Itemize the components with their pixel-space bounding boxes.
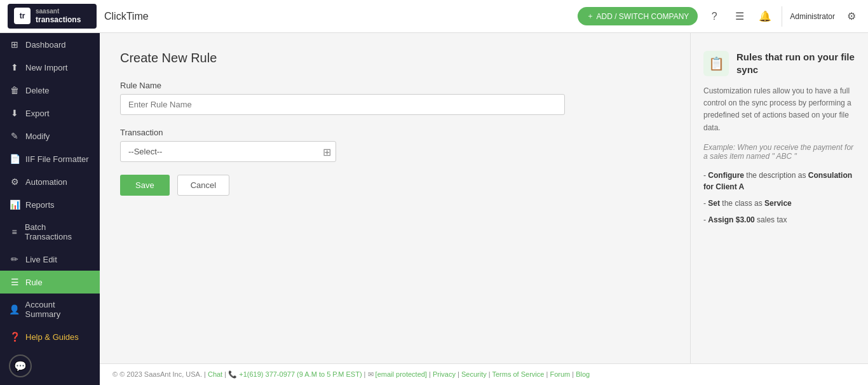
plus-icon: ＋ (587, 11, 594, 22)
panel-example: Example: When you receive the payment fo… (703, 143, 855, 161)
admin-label: Administrator (790, 12, 835, 21)
footer-phone-icon: 📞 (228, 370, 237, 378)
panel-description: Customization rules allow you to have a … (703, 85, 855, 134)
export-icon: ⬇ (9, 108, 20, 118)
sidebar-item-iif-formatter[interactable]: 📄 IIF File Formatter (0, 147, 100, 170)
main-inner: Create New Rule Rule Name Transaction --… (100, 33, 868, 363)
sidebar-item-label: Export (25, 109, 50, 118)
cancel-button[interactable]: Cancel (177, 175, 229, 196)
footer-copyright: © © 2023 SaasAnt Inc, USA. (112, 370, 202, 378)
sidebar-item-export[interactable]: ⬇ Export (0, 102, 100, 125)
set-keyword: Set (708, 199, 720, 208)
rule-name-input[interactable] (120, 94, 565, 115)
reports-icon: 📊 (9, 199, 20, 210)
panel-rule-configure: - Configure the description as Consulati… (703, 170, 855, 192)
logo-product: transactions (36, 15, 81, 24)
sidebar-item-label: Account Summary (25, 300, 91, 319)
sidebar-item-dashboard[interactable]: ⊞ Dashboard (0, 33, 100, 56)
app-title: ClickTime (104, 11, 570, 22)
sidebar-item-label: Delete (25, 86, 50, 95)
sidebar-item-label: Automation (25, 177, 67, 187)
logo-text: saasant transactions (36, 8, 81, 24)
configure-keyword: Configure (708, 171, 744, 180)
sidebar-item-delete[interactable]: 🗑 Delete (0, 79, 100, 102)
add-company-label: ADD / SWITCH COMPANY (597, 12, 689, 21)
sidebar-item-label: Rule (25, 278, 43, 287)
sidebar-item-batch-transactions[interactable]: ≡ Batch Transactions (0, 216, 100, 248)
main: Create New Rule Rule Name Transaction --… (100, 33, 868, 385)
footer-security-link[interactable]: Security (461, 370, 487, 378)
panel-sync-icon: 📋 (703, 51, 729, 76)
sidebar-item-account-summary[interactable]: 👤 Account Summary (0, 294, 100, 325)
sidebar-item-label: Reports (25, 200, 55, 210)
modify-icon: ✎ (9, 131, 20, 141)
transaction-group: Transaction --Select-- ⊞ (120, 128, 565, 162)
panel-rule-set: - Set the class as Service (703, 198, 855, 209)
footer-email-icon: ✉ (368, 370, 374, 378)
panel-title: Rules that run on your file sync (736, 51, 855, 76)
help-guides-icon: ❓ (9, 332, 20, 342)
automation-icon: ⚙ (9, 177, 20, 187)
sidebar-item-label: Dashboard (25, 40, 66, 50)
topnav-actions: ＋ ADD / SWITCH COMPANY ? ☰ 🔔 Administrat… (578, 6, 860, 27)
transaction-select-wrapper: --Select-- ⊞ (120, 141, 336, 162)
sidebar-item-label: Batch Transactions (25, 222, 91, 241)
help-icon[interactable]: ? (705, 8, 723, 25)
layout: ⊞ Dashboard ⬆ New Import 🗑 Delete ⬇ Expo… (0, 33, 868, 385)
sidebar-item-new-import[interactable]: ⬆ New Import (0, 56, 100, 79)
logo-brand: saasant (36, 8, 81, 15)
sidebar-item-label: IIF File Formatter (25, 154, 89, 164)
sidebar-item-help-guides[interactable]: ❓ Help & Guides (0, 325, 100, 348)
rule-name-group: Rule Name (120, 81, 565, 115)
sidebar: ⊞ Dashboard ⬆ New Import 🗑 Delete ⬇ Expo… (0, 33, 100, 385)
sidebar-item-label: Live Edit (25, 255, 57, 264)
transaction-select[interactable]: --Select-- (120, 141, 336, 162)
form-buttons: Save Cancel (120, 175, 565, 196)
page-title: Create New Rule (120, 51, 670, 65)
footer-forum-link[interactable]: Forum (550, 370, 570, 378)
sidebar-item-automation[interactable]: ⚙ Automation (0, 170, 100, 193)
delete-icon: 🗑 (9, 85, 20, 95)
assign-keyword: Assign (708, 215, 733, 224)
list-icon[interactable]: ☰ (731, 8, 749, 25)
footer-privacy-link[interactable]: Privacy (433, 370, 456, 378)
footer-email-link[interactable]: [email protected] (376, 370, 427, 378)
footer-terms-link[interactable]: Terms of Service (492, 370, 545, 378)
footer: © © 2023 SaasAnt Inc, USA. | Chat | 📞 +1… (100, 363, 868, 385)
topnav: tr saasant transactions ClickTime ＋ ADD … (0, 0, 868, 33)
gear-icon[interactable]: ⚙ (843, 8, 860, 25)
right-panel: 📋 Rules that run on your file sync Custo… (690, 33, 868, 363)
content-area: Create New Rule Rule Name Transaction --… (100, 33, 690, 363)
panel-header: 📋 Rules that run on your file sync (703, 51, 855, 76)
chat-icon: 💬 (14, 360, 27, 372)
footer-blog-link[interactable]: Blog (576, 370, 590, 378)
sidebar-item-label: New Import (25, 63, 67, 72)
chat-bubble[interactable]: 💬 (9, 355, 32, 377)
save-button[interactable]: Save (120, 175, 170, 196)
bell-icon[interactable]: 🔔 (756, 8, 774, 25)
rule-name-label: Rule Name (120, 81, 565, 90)
iif-icon: 📄 (9, 154, 20, 164)
sidebar-item-reports[interactable]: 📊 Reports (0, 193, 100, 216)
nav-divider (782, 6, 782, 27)
panel-rule-assign: - Assign $3.00 sales tax (703, 214, 855, 226)
logo[interactable]: tr saasant transactions (8, 4, 97, 28)
set-value: Service (764, 199, 792, 208)
assign-amount: $3.00 (736, 215, 755, 224)
footer-chat-link[interactable]: Chat (208, 370, 222, 378)
transaction-label: Transaction (120, 128, 565, 137)
sidebar-item-live-edit[interactable]: ✏ Live Edit (0, 248, 100, 271)
add-switch-company-button[interactable]: ＋ ADD / SWITCH COMPANY (578, 7, 698, 25)
sidebar-item-label: Help & Guides (25, 332, 79, 342)
sidebar-item-modify[interactable]: ✎ Modify (0, 125, 100, 147)
account-icon: 👤 (9, 304, 20, 314)
logo-icon: tr (14, 8, 31, 24)
footer-phone-link[interactable]: +1(619) 377-0977 (9 A.M to 5 P.M EST) (239, 370, 362, 378)
rule-icon: ☰ (9, 277, 20, 287)
live-edit-icon: ✏ (9, 254, 20, 264)
create-rule-form: Rule Name Transaction --Select-- ⊞ (120, 81, 565, 196)
sidebar-item-label: Modify (25, 132, 50, 141)
dashboard-icon: ⊞ (9, 39, 20, 50)
batch-icon: ≡ (9, 227, 20, 237)
sidebar-item-rule[interactable]: ☰ Rule (0, 271, 100, 294)
